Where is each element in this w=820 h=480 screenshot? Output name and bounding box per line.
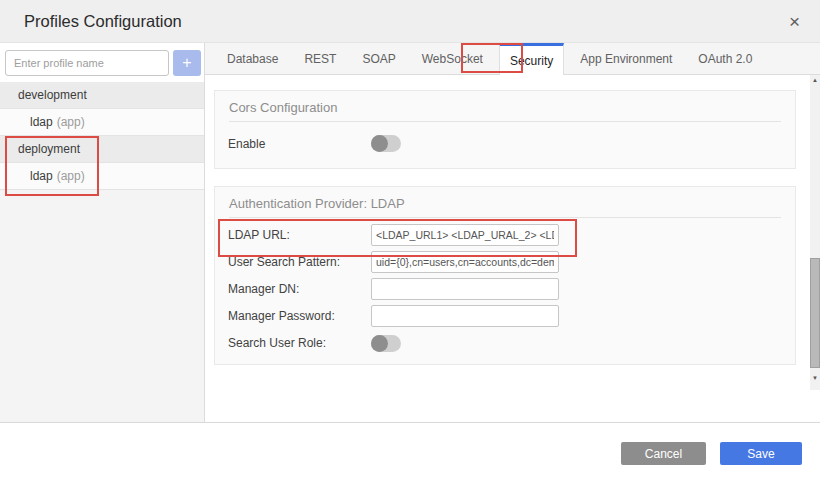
sidebar-item-label: deployment bbox=[18, 142, 80, 156]
sidebar-item-ldap-development[interactable]: ldap (app) bbox=[0, 109, 204, 136]
dialog-title: Profiles Configuration bbox=[24, 12, 182, 31]
dialog-header: Profiles Configuration × bbox=[0, 0, 820, 43]
manager-password-label: Manager Password: bbox=[228, 309, 371, 323]
tab-oauth[interactable]: OAuth 2.0 bbox=[688, 43, 762, 74]
cors-configuration-card: Cors Configuration Enable bbox=[214, 90, 796, 169]
cors-enable-row: Enable bbox=[228, 135, 781, 152]
ldap-url-input[interactable] bbox=[371, 224, 559, 246]
dialog-body: + development ldap (app) deployment ldap… bbox=[0, 43, 820, 423]
sidebar-item-suffix: (app) bbox=[57, 115, 85, 129]
manager-password-input[interactable] bbox=[371, 305, 559, 327]
user-search-pattern-row: User Search Pattern: bbox=[228, 251, 781, 273]
sidebar-item-label: development bbox=[18, 88, 87, 102]
manager-dn-row: Manager DN: bbox=[228, 278, 781, 300]
profile-input-row: + bbox=[0, 43, 204, 82]
tab-content-area: Database REST SOAP WebSocket Security Ap… bbox=[205, 43, 820, 422]
add-profile-button[interactable]: + bbox=[173, 50, 201, 76]
tab-rest[interactable]: REST bbox=[294, 43, 346, 74]
close-icon[interactable]: × bbox=[785, 10, 804, 33]
tab-websocket[interactable]: WebSocket bbox=[412, 43, 493, 74]
enable-label: Enable bbox=[228, 137, 371, 151]
sidebar-item-label: ldap bbox=[30, 115, 53, 129]
toggle-knob bbox=[371, 135, 388, 152]
ldap-section-title: Authentication Provider: LDAP bbox=[215, 187, 795, 217]
vertical-scrollbar[interactable]: ▲ ▼ bbox=[810, 75, 820, 390]
cancel-button[interactable]: Cancel bbox=[621, 442, 706, 465]
ldap-authentication-card: Authentication Provider: LDAP LDAP URL: … bbox=[214, 186, 796, 365]
sidebar-item-suffix: (app) bbox=[57, 169, 85, 183]
cors-enable-toggle[interactable] bbox=[371, 135, 401, 152]
manager-dn-label: Manager DN: bbox=[228, 282, 371, 296]
tab-security[interactable]: Security bbox=[499, 43, 564, 75]
sidebar-empty-area bbox=[0, 190, 204, 422]
scroll-down-icon[interactable]: ▼ bbox=[810, 373, 820, 383]
ldap-url-label: LDAP URL: bbox=[228, 228, 371, 242]
tab-soap[interactable]: SOAP bbox=[352, 43, 405, 74]
ldap-url-row: LDAP URL: bbox=[228, 224, 781, 246]
user-search-pattern-input[interactable] bbox=[371, 251, 559, 273]
tab-app-environment[interactable]: App Environment bbox=[570, 43, 682, 74]
sidebar-item-label: ldap bbox=[30, 169, 53, 183]
search-user-role-label: Search User Role: bbox=[228, 336, 371, 350]
save-button[interactable]: Save bbox=[720, 442, 802, 465]
search-user-role-toggle[interactable] bbox=[371, 335, 401, 352]
profile-name-input[interactable] bbox=[5, 50, 169, 76]
toggle-knob bbox=[371, 335, 388, 352]
profiles-sidebar: + development ldap (app) deployment ldap… bbox=[0, 43, 205, 422]
security-tab-panel: Cors Configuration Enable Authenti bbox=[205, 75, 820, 422]
scroll-up-icon[interactable]: ▲ bbox=[810, 75, 820, 85]
manager-dn-input[interactable] bbox=[371, 278, 559, 300]
scrollbar-thumb[interactable] bbox=[810, 258, 820, 368]
user-search-pattern-label: User Search Pattern: bbox=[228, 255, 371, 269]
dialog-footer: Cancel Save bbox=[0, 423, 820, 480]
tab-bar: Database REST SOAP WebSocket Security Ap… bbox=[205, 43, 820, 75]
profiles-configuration-dialog: Profiles Configuration × + development l… bbox=[0, 0, 820, 480]
sidebar-item-development[interactable]: development bbox=[0, 82, 204, 109]
search-user-role-row: Search User Role: bbox=[228, 332, 781, 354]
sidebar-item-deployment[interactable]: deployment bbox=[0, 136, 204, 163]
cors-section-title: Cors Configuration bbox=[215, 91, 795, 121]
manager-password-row: Manager Password: bbox=[228, 305, 781, 327]
sidebar-item-ldap-deployment[interactable]: ldap (app) bbox=[0, 163, 204, 190]
tab-database[interactable]: Database bbox=[217, 43, 288, 74]
